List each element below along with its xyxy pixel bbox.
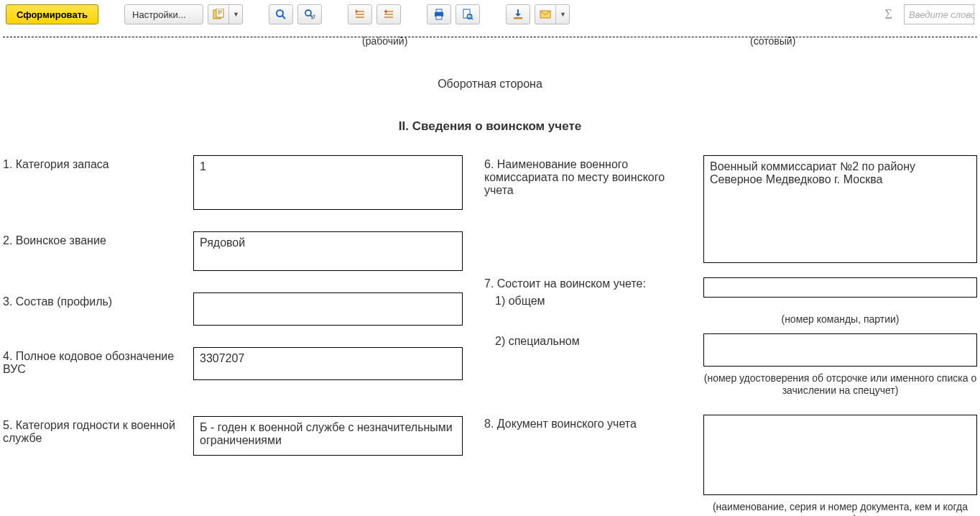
collapse-groups-button[interactable] <box>376 4 401 24</box>
svg-marker-6 <box>313 14 315 16</box>
search-icon <box>275 9 287 20</box>
field5-label: 5. Категория годности к военной службе <box>3 416 186 445</box>
svg-point-2 <box>277 10 283 17</box>
search-placeholder: Введите слово <box>909 9 974 20</box>
field2-label: 2. Воинское звание <box>3 231 186 247</box>
field7-caption2: (номер удостоверения об отсрочке или име… <box>703 372 977 397</box>
field4-label: 4. Полное кодовое обозначение ВУС <box>3 347 186 376</box>
field3-value[interactable] <box>193 292 463 326</box>
svg-marker-14 <box>384 9 387 14</box>
phone-work-label: (рабочий) <box>362 35 407 47</box>
search-cancel-icon <box>304 9 315 20</box>
phone-labels-row2: (рабочий) (сотовый) <box>3 36 977 50</box>
template-button[interactable]: ▼ <box>208 4 243 24</box>
field8-caption: (наименование, серия и номер документа, … <box>703 501 977 517</box>
chevron-down-icon: ▼ <box>228 5 239 24</box>
document-area: (рабочий) (сотовый) Оборотная сторона II… <box>0 32 980 516</box>
sigma-icon[interactable]: Σ <box>878 7 900 22</box>
svg-marker-21 <box>515 14 521 17</box>
mail-icon <box>540 9 551 20</box>
svg-rect-18 <box>463 9 470 18</box>
download-icon <box>512 9 524 20</box>
find-button[interactable] <box>269 4 293 24</box>
field3-label: 3. Состав (профиль) <box>3 292 186 308</box>
field7-special-value[interactable] <box>703 333 977 367</box>
svg-line-5 <box>310 15 313 17</box>
expand-groups-button[interactable] <box>348 4 372 24</box>
preview-button[interactable] <box>456 4 480 24</box>
toolbar: Сформировать Настройки... ▼ <box>0 0 980 32</box>
settings-button[interactable]: Настройки... <box>124 4 203 24</box>
field7-sub2: 2) специальном <box>495 335 696 348</box>
field2-value[interactable]: Рядовой <box>193 231 463 271</box>
field6-label: 6. Наименование военного комиссариата по… <box>484 155 696 197</box>
svg-point-4 <box>305 10 311 16</box>
svg-line-20 <box>471 18 473 19</box>
generate-button-label: Сформировать <box>17 9 88 20</box>
phone-mobile-label: (сотовый) <box>750 35 795 47</box>
section-title: II. Сведения о воинском учете <box>3 119 977 134</box>
field4-value[interactable]: 3307207 <box>193 347 463 380</box>
field8-value[interactable] <box>703 415 977 495</box>
search-input[interactable]: Введите слово <box>904 4 974 24</box>
svg-line-3 <box>282 16 285 19</box>
field6-value[interactable]: Военный коммиссариат №2 по району Северн… <box>703 155 977 263</box>
svg-rect-15 <box>436 9 442 12</box>
field7-general-value[interactable] <box>703 277 977 298</box>
svg-rect-22 <box>514 17 522 19</box>
print-icon <box>433 9 445 20</box>
send-button[interactable]: ▼ <box>535 4 570 24</box>
expand-icon <box>354 9 366 20</box>
field8-label: 8. Документ воинского учета <box>484 415 696 430</box>
settings-button-label: Настройки... <box>132 9 186 20</box>
field7-caption1: (номер команды, партии) <box>703 313 977 326</box>
collapse-icon <box>383 9 394 20</box>
print-button[interactable] <box>427 4 451 24</box>
generate-button[interactable]: Сформировать <box>6 4 98 24</box>
svg-marker-10 <box>356 9 358 14</box>
field5-value[interactable]: Б - годен к военной службе с незначитель… <box>193 416 463 456</box>
field1-value[interactable]: 1 <box>193 155 463 210</box>
save-button[interactable] <box>506 4 530 24</box>
field7-label: 7. Состоит на воинском учете: <box>484 277 696 290</box>
svg-rect-1 <box>216 9 223 17</box>
find-cancel-button[interactable] <box>297 4 322 24</box>
preview-icon <box>462 9 473 20</box>
svg-rect-17 <box>436 16 442 19</box>
page-title: Оборотная сторона <box>3 78 977 91</box>
field7-sub1: 1) общем <box>495 295 545 307</box>
field1-label: 1. Категория запаса <box>3 155 186 171</box>
template-icon <box>213 9 224 20</box>
chevron-down-icon: ▼ <box>555 5 566 24</box>
